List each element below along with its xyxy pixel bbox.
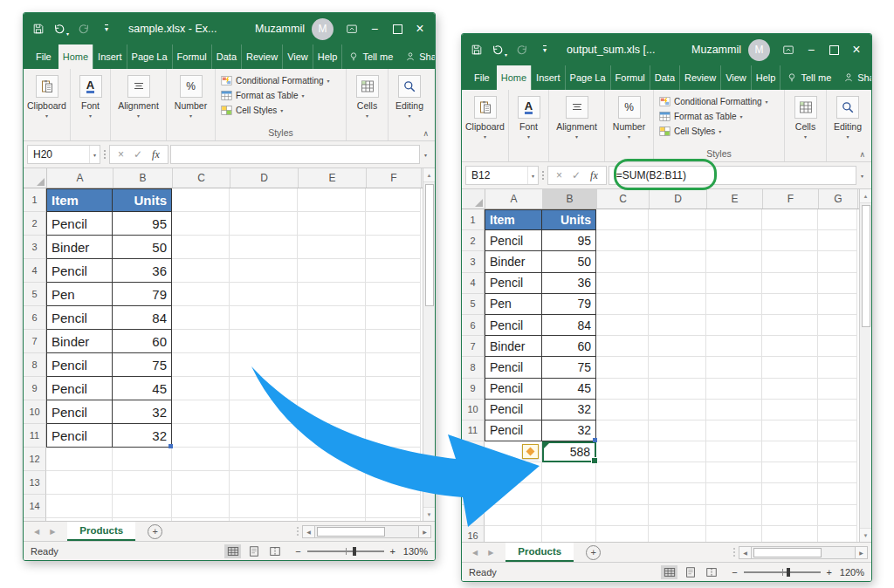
cell-E2[interactable]	[298, 212, 366, 236]
tab-file[interactable]: File	[467, 65, 497, 90]
formula-input[interactable]: =SUM(B2:B11)	[609, 166, 856, 185]
cell-F12[interactable]	[762, 441, 818, 462]
cell-C8[interactable]	[172, 353, 230, 377]
avatar[interactable]: M	[748, 39, 770, 61]
row-header-14[interactable]: 14	[462, 483, 485, 504]
vertical-scroll-thumb[interactable]	[862, 205, 870, 327]
cell-G15[interactable]	[818, 505, 857, 526]
cell-C7[interactable]	[172, 330, 230, 353]
ribbon-group-font[interactable]: A Font ▾	[509, 90, 549, 161]
new-sheet-icon[interactable]: +	[148, 524, 162, 539]
cell-F9[interactable]	[366, 377, 421, 400]
cell-F11[interactable]	[366, 424, 421, 448]
tab-help[interactable]: Help	[313, 44, 342, 69]
cell-E15[interactable]	[298, 518, 366, 521]
account-name[interactable]: Muzammil	[691, 44, 741, 56]
cell-E14[interactable]	[298, 495, 366, 518]
ribbon-group-alignment[interactable]: Alignment ▾	[111, 69, 167, 140]
cell-F16[interactable]	[762, 526, 818, 542]
cell-F15[interactable]	[762, 505, 818, 526]
cell-A14[interactable]	[485, 483, 542, 504]
cell-B9[interactable]: 45	[542, 379, 596, 400]
row-header-5[interactable]: 5	[24, 283, 46, 306]
cell-G4[interactable]	[818, 273, 857, 294]
row-header-13[interactable]: 13	[24, 471, 46, 495]
enter-icon[interactable]: ✓	[572, 169, 581, 181]
qat-customize-icon[interactable]: ▾	[95, 17, 118, 40]
cell-A2[interactable]: Pencil	[46, 212, 113, 236]
row-header-4[interactable]: 4	[24, 259, 46, 283]
column-header-C[interactable]: C	[173, 168, 230, 188]
minimize-button[interactable]: −	[800, 38, 822, 61]
ribbon-display-options-icon[interactable]	[777, 38, 800, 61]
cell-B1[interactable]: Units	[113, 188, 172, 212]
tabbar-handle[interactable]	[730, 548, 739, 557]
tell-me-button[interactable]: Tell me	[780, 65, 837, 90]
save-icon[interactable]	[465, 38, 488, 61]
cell-E11[interactable]	[298, 424, 366, 448]
cell-C10[interactable]	[172, 400, 230, 424]
cell-G3[interactable]	[818, 251, 857, 272]
cell-C11[interactable]	[172, 424, 230, 448]
cell-F14[interactable]	[366, 495, 421, 518]
tab-home[interactable]: Home	[58, 44, 93, 69]
cell-F4[interactable]	[366, 259, 421, 283]
zoom-slider-thumb[interactable]	[353, 547, 356, 556]
normal-view-icon[interactable]	[661, 565, 677, 579]
cell-G7[interactable]	[818, 336, 857, 357]
cell-D10[interactable]	[230, 400, 298, 424]
tab-review[interactable]: Review	[679, 65, 720, 90]
ribbon-group-clipboard[interactable]: Clipboard ▾	[24, 69, 71, 140]
cell-C6[interactable]	[596, 315, 649, 336]
cell-E9[interactable]	[706, 379, 762, 400]
cell-E14[interactable]	[706, 483, 762, 504]
cell-F5[interactable]	[762, 294, 818, 315]
cell-G9[interactable]	[818, 379, 857, 400]
column-header-E[interactable]: E	[299, 168, 367, 188]
cell-F10[interactable]	[762, 400, 818, 420]
conditional-formatting-button[interactable]: Conditional Formatting▾	[659, 96, 768, 107]
tab-view[interactable]: View	[720, 65, 751, 90]
cell-C2[interactable]	[596, 230, 649, 251]
expand-formula-bar-icon[interactable]: ▾	[420, 152, 431, 158]
row-header-12[interactable]: 12	[24, 448, 46, 471]
cell-B3[interactable]: 50	[542, 251, 596, 272]
cell-C5[interactable]	[172, 283, 230, 306]
maximize-button[interactable]	[822, 38, 845, 61]
cell-B13[interactable]	[542, 462, 596, 483]
cell-E6[interactable]	[298, 306, 366, 330]
zoom-in-icon[interactable]: +	[827, 567, 832, 578]
cell-A1[interactable]: Item	[485, 209, 542, 230]
cell-G2[interactable]	[818, 230, 857, 251]
cell-F8[interactable]	[366, 353, 421, 377]
fill-handle[interactable]	[593, 438, 597, 442]
cell-A8[interactable]: Pencil	[46, 353, 113, 377]
tab-formulas[interactable]: Formul	[610, 65, 650, 90]
column-header-B[interactable]: B	[543, 189, 597, 209]
sheet-nav-right-icon[interactable]: ▶	[45, 528, 60, 536]
tab-insert[interactable]: Insert	[531, 65, 565, 90]
maximize-button[interactable]	[386, 17, 409, 40]
tab-insert[interactable]: Insert	[93, 44, 127, 69]
format-as-table-button[interactable]: Format as Table▾	[659, 111, 743, 122]
cell-B5[interactable]: 79	[113, 283, 172, 306]
fill-handle[interactable]	[168, 444, 173, 448]
cell-C9[interactable]	[172, 377, 230, 400]
normal-view-icon[interactable]	[224, 544, 241, 558]
vertical-scroll-thumb[interactable]	[425, 184, 434, 306]
scroll-down-icon[interactable]: ▼	[860, 528, 871, 542]
row-header-6[interactable]: 6	[462, 315, 485, 336]
zoom-level[interactable]: 120%	[838, 567, 864, 578]
cell-A15[interactable]	[485, 505, 542, 526]
cell-F15[interactable]	[366, 518, 421, 521]
cell-B14[interactable]	[542, 483, 596, 504]
cell-A4[interactable]: Pencil	[485, 273, 542, 294]
cell-A16[interactable]	[485, 526, 542, 542]
scroll-left-icon[interactable]: ◀	[739, 546, 752, 559]
undo-icon[interactable]: ▾	[50, 17, 72, 40]
cell-G11[interactable]	[818, 420, 857, 441]
cell-E6[interactable]	[706, 315, 762, 336]
ribbon-group-font[interactable]: A Font ▾	[71, 69, 111, 140]
cell-F7[interactable]	[366, 330, 421, 353]
cell-C9[interactable]	[596, 379, 649, 400]
